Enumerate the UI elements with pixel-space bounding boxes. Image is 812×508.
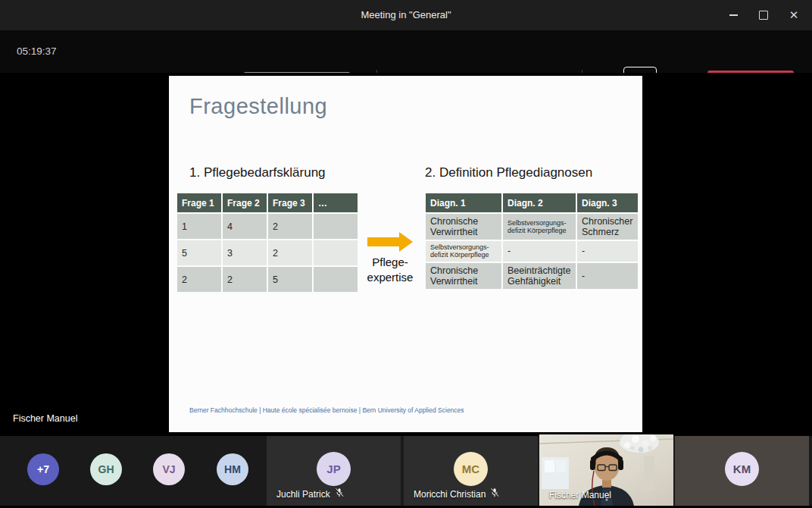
column-header: Frage 2: [223, 193, 267, 212]
meeting-toolbar: 05:19:37 Request control: [0, 30, 812, 73]
table-cell: Beeinträchtigte Gehfähigkeit: [503, 263, 576, 289]
teams-meeting-window: Meeting in "General" ✕ 05:19:37 Request …: [0, 0, 812, 508]
column-header: Frage 1: [177, 193, 221, 212]
presenter-name-label: Fischer Manuel: [13, 413, 77, 424]
table-row: Selbstversorgungs-defizit Körperpflege -…: [426, 241, 638, 262]
close-button[interactable]: ✕: [779, 0, 809, 30]
window-title: Meeting in "General": [0, 0, 812, 30]
table-cell: Chronische Verwirrtheit: [426, 263, 501, 289]
maximize-icon: [759, 11, 768, 20]
table-row: 2 2 5: [177, 267, 358, 292]
frage-table: Frage 1 Frage 2 Frage 3 … 1 4 2 5 3 2: [176, 192, 359, 293]
table-cell: 2: [268, 240, 312, 265]
column-header: Diagn. 1: [426, 193, 501, 212]
table-cell: 2: [268, 214, 312, 239]
table-cell: Selbstversorgungs-defizit Körperpflege: [503, 214, 576, 240]
table-cell: [314, 214, 358, 239]
table-cell: Chronischer Schmerz: [577, 214, 638, 240]
avatar-jp: JP: [317, 452, 351, 486]
arrow-label-line2: expertise: [352, 270, 428, 285]
participant-tile-juchli-patrick[interactable]: JP Juchli Patrick: [267, 436, 401, 506]
titlebar: Meeting in "General" ✕: [0, 0, 812, 30]
table-cell: [314, 240, 358, 265]
table-row: Chronische Verwirrtheit Beeinträchtigte …: [426, 263, 638, 289]
table-cell: Selbstversorgungs-defizit Körperpflege: [426, 241, 501, 262]
column-header: Diagn. 2: [503, 193, 576, 212]
slide-heading-left: 1. Pflegebedarfsklärung: [189, 165, 326, 180]
table-cell: -: [577, 241, 638, 262]
table-cell: 1: [177, 214, 221, 239]
avatar-km: KM: [725, 452, 759, 486]
table-cell: 2: [177, 267, 221, 292]
avatar-vj[interactable]: VJ: [153, 453, 185, 485]
table-cell: -: [503, 241, 576, 262]
diagnose-table: Diagn. 1 Diagn. 2 Diagn. 3 Chronische Ve…: [424, 192, 639, 290]
table-cell: 2: [223, 267, 267, 292]
arrow-head: [399, 232, 413, 252]
participant-strip: +7 GH VJ HM JP Juchli Patrick MC: [0, 436, 812, 506]
table-header-row: Frage 1 Frage 2 Frage 3 …: [177, 193, 358, 212]
participant-tile-moricchi-christian[interactable]: MC Moricchi Christian: [404, 436, 538, 506]
mic-off-icon: [334, 488, 345, 500]
participant-name: Moricchi Christian: [414, 489, 486, 500]
minimize-icon: [729, 14, 738, 15]
close-icon: ✕: [789, 8, 799, 22]
table-cell: [314, 267, 358, 292]
participant-name: Fischer Manuel: [549, 490, 611, 500]
column-header: Diagn. 3: [577, 193, 638, 212]
minimize-button[interactable]: [718, 0, 748, 30]
meeting-timer: 05:19:37: [17, 30, 57, 73]
table-cell: 5: [177, 240, 221, 265]
mic-off-icon: [489, 488, 500, 500]
avatar-mc: MC: [454, 452, 488, 486]
presentation-slide: Fragestellung 1. Pflegebedarfsklärung 2.…: [169, 76, 642, 432]
table-row: 1 4 2: [177, 214, 358, 239]
table-row: Chronische Verwirrtheit Selbstversorgung…: [426, 214, 638, 240]
table-cell: 5: [268, 267, 312, 292]
table-header-row: Diagn. 1 Diagn. 2 Diagn. 3: [426, 193, 638, 212]
maximize-button[interactable]: [748, 0, 779, 30]
flow-arrow-icon: [367, 232, 414, 252]
arrow-label: Pflege- expertise: [352, 255, 428, 286]
avatar-gh[interactable]: GH: [90, 453, 122, 485]
table-cell: 4: [223, 214, 267, 239]
slide-heading-right: 2. Definition Pflegediagnosen: [425, 165, 592, 180]
overflow-participants-avatar[interactable]: +7: [27, 453, 59, 485]
column-header: …: [314, 193, 358, 212]
arrow-shaft: [367, 237, 399, 246]
avatar-hm[interactable]: HM: [217, 453, 248, 485]
column-header: Frage 3: [268, 193, 312, 212]
participant-tile-km[interactable]: KM: [675, 436, 809, 506]
table-cell: 3: [223, 240, 267, 265]
participant-name: Juchli Patrick: [276, 489, 330, 500]
table-cell: -: [577, 263, 638, 289]
slide-title: Fragestellung: [189, 94, 327, 119]
shared-screen-stage: Fragestellung 1. Pflegebedarfsklärung 2.…: [0, 73, 812, 436]
table-row: 5 3 2: [177, 240, 358, 265]
table-cell: Chronische Verwirrtheit: [426, 214, 501, 240]
arrow-label-line1: Pflege-: [352, 255, 428, 270]
participant-tile-fischer-manuel-video[interactable]: Fischer Manuel: [539, 434, 673, 506]
slide-footer: Berner Fachhochschule | Haute école spéc…: [189, 406, 464, 414]
